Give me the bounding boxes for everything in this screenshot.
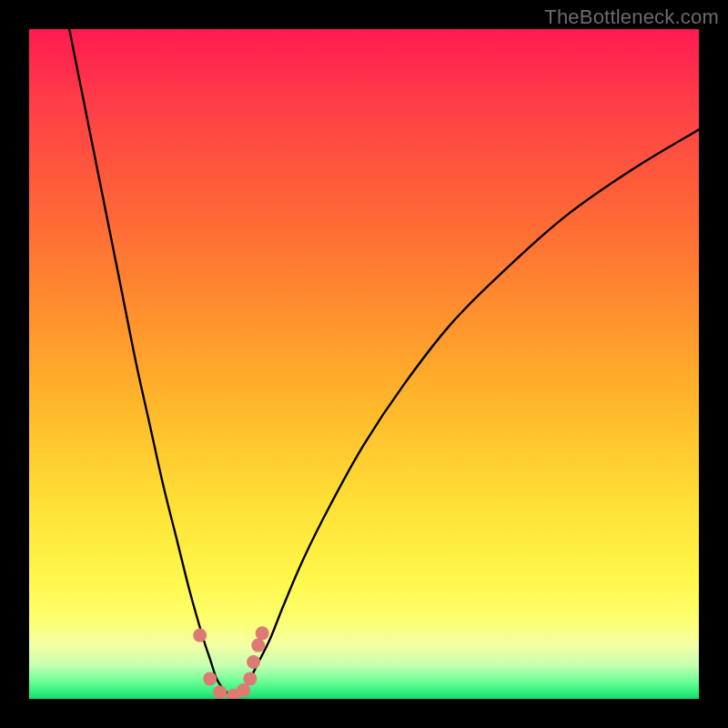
curve-left-branch: [69, 29, 230, 695]
chart-frame: TheBottleneck.com: [0, 0, 728, 728]
watermark-text: TheBottleneck.com: [544, 5, 719, 29]
bottleneck-curve: [29, 29, 699, 699]
curve-right-branch: [237, 129, 699, 695]
data-marker: [243, 672, 257, 685]
data-marker: [256, 626, 269, 640]
data-marker: [203, 672, 217, 685]
plot-area: [29, 29, 699, 699]
data-marker: [193, 629, 207, 642]
data-marker: [237, 683, 250, 697]
data-marker: [247, 655, 260, 669]
data-marker: [251, 639, 265, 652]
data-marker: [213, 685, 227, 699]
